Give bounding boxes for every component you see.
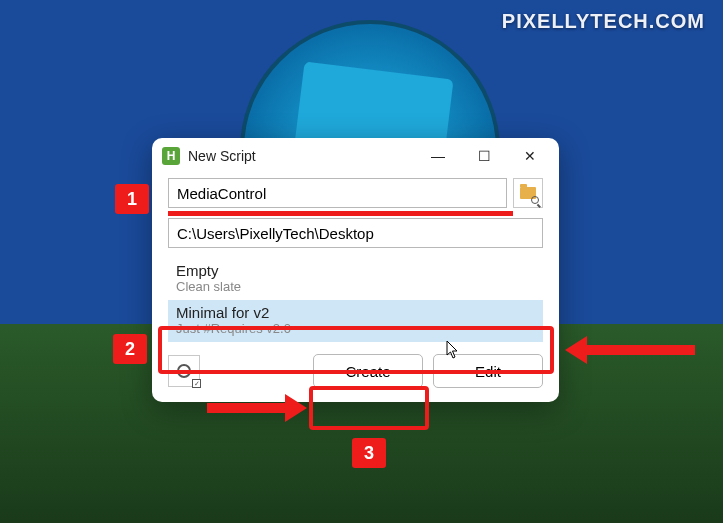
new-script-dialog: H New Script — ☐ ✕ Empty Clean slate Min… [152,138,559,402]
path-input[interactable] [168,218,543,248]
watermark-text: PIXELLYTECH.COM [502,10,705,33]
app-icon: H [162,147,180,165]
close-button[interactable]: ✕ [507,141,553,171]
maximize-button[interactable]: ☐ [461,141,507,171]
window-title: New Script [188,148,415,164]
annotation-badge-1: 1 [115,184,149,214]
create-button[interactable]: Create [313,354,423,388]
edit-button[interactable]: Edit [433,354,543,388]
template-list: Empty Clean slate Minimal for v2 Just #R… [168,258,543,342]
template-subtitle: Just #Requires v2.0 [176,321,535,336]
template-title: Empty [176,262,535,279]
settings-button[interactable]: ✓ [168,355,200,387]
minimize-button[interactable]: — [415,141,461,171]
annotation-badge-2: 2 [113,334,147,364]
magnify-icon [531,196,539,204]
gear-icon [177,364,191,378]
template-subtitle: Clean slate [176,279,535,294]
template-item-minimal-v2[interactable]: Minimal for v2 Just #Requires v2.0 [168,300,543,342]
annotation-badge-3: 3 [352,438,386,468]
annotation-arrow-right [565,336,695,364]
checkbox-icon: ✓ [192,379,201,388]
script-name-input[interactable] [168,178,507,208]
titlebar: H New Script — ☐ ✕ [152,138,559,174]
browse-button[interactable] [513,178,543,208]
template-title: Minimal for v2 [176,304,535,321]
template-item-empty[interactable]: Empty Clean slate [168,258,543,300]
